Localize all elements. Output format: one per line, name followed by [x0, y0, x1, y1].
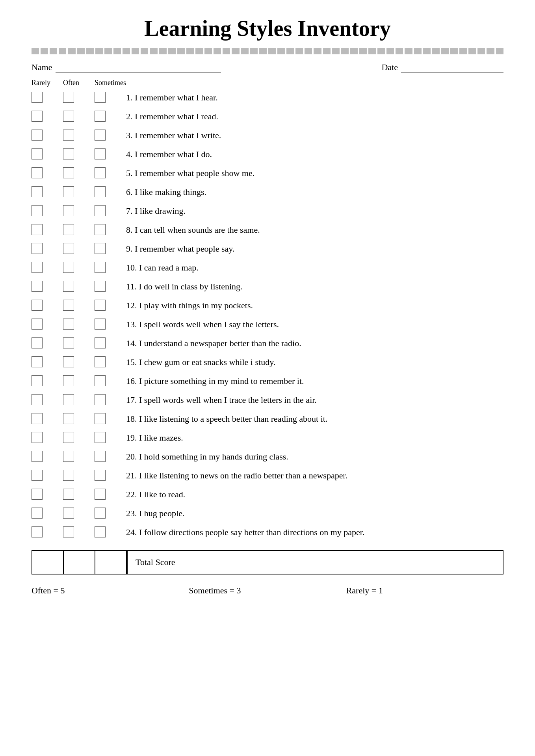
- total-score-box-rarely[interactable]: [32, 551, 64, 574]
- checkbox-sometimes-22[interactable]: [95, 489, 106, 500]
- checkbox-rarely-4[interactable]: [32, 148, 43, 159]
- question-row: 2. I remember what I read.: [32, 107, 503, 126]
- checkbox-rarely-9[interactable]: [32, 243, 43, 254]
- checkbox-col-rarely: [32, 223, 63, 235]
- checkbox-sometimes-9[interactable]: [95, 243, 106, 254]
- checkbox-sometimes-21[interactable]: [95, 470, 106, 481]
- checkbox-often-20[interactable]: [63, 451, 74, 462]
- checkbox-rarely-21[interactable]: [32, 470, 43, 481]
- checkbox-often-4[interactable]: [63, 148, 74, 159]
- checkbox-often-13[interactable]: [63, 319, 74, 330]
- checkbox-sometimes-7[interactable]: [95, 205, 106, 216]
- checkbox-rarely-19[interactable]: [32, 432, 43, 443]
- checkbox-often-19[interactable]: [63, 432, 74, 443]
- checkbox-sometimes-20[interactable]: [95, 451, 106, 462]
- checkbox-sometimes-5[interactable]: [95, 167, 106, 178]
- checkbox-sometimes-24[interactable]: [95, 526, 106, 537]
- checkbox-group: [32, 167, 126, 178]
- question-text: 1. I remember what I hear.: [126, 91, 503, 104]
- checkbox-often-15[interactable]: [63, 356, 74, 367]
- checkbox-sometimes-15[interactable]: [95, 356, 106, 367]
- checkbox-often-11[interactable]: [63, 281, 74, 292]
- checkbox-sometimes-2[interactable]: [95, 111, 106, 122]
- checkbox-rarely-7[interactable]: [32, 205, 43, 216]
- question-text: 3. I remember what I write.: [126, 129, 503, 142]
- question-row: 6. I like making things.: [32, 183, 503, 202]
- checkbox-often-24[interactable]: [63, 526, 74, 537]
- checkbox-sometimes-14[interactable]: [95, 337, 106, 348]
- checkbox-rarely-18[interactable]: [32, 413, 43, 424]
- checkbox-rarely-14[interactable]: [32, 337, 43, 348]
- date-field: Date: [381, 62, 503, 72]
- checkbox-rarely-22[interactable]: [32, 489, 43, 500]
- checkbox-col-often: [63, 185, 95, 197]
- question-row: 4. I remember what I do.: [32, 145, 503, 164]
- checkbox-sometimes-10[interactable]: [95, 262, 106, 273]
- checkbox-sometimes-17[interactable]: [95, 394, 106, 405]
- checkbox-col-rarely: [32, 185, 63, 197]
- checkbox-col-rarely: [32, 204, 63, 216]
- checkbox-rarely-1[interactable]: [32, 92, 43, 103]
- checkbox-rarely-2[interactable]: [32, 111, 43, 122]
- checkbox-often-7[interactable]: [63, 205, 74, 216]
- checkbox-sometimes-6[interactable]: [95, 186, 106, 197]
- checkbox-sometimes-23[interactable]: [95, 508, 106, 519]
- checkbox-rarely-17[interactable]: [32, 394, 43, 405]
- checkbox-often-22[interactable]: [63, 489, 74, 500]
- checkbox-rarely-23[interactable]: [32, 508, 43, 519]
- checkbox-sometimes-8[interactable]: [95, 224, 106, 235]
- question-row: 23. I hug people.: [32, 504, 503, 523]
- checkbox-often-21[interactable]: [63, 470, 74, 481]
- checkbox-sometimes-4[interactable]: [95, 148, 106, 159]
- checkbox-often-6[interactable]: [63, 186, 74, 197]
- checkbox-often-8[interactable]: [63, 224, 74, 235]
- checkbox-often-23[interactable]: [63, 508, 74, 519]
- checkbox-often-1[interactable]: [63, 92, 74, 103]
- checkbox-col-often: [63, 299, 95, 311]
- question-row: 15. I chew gum or eat snacks while i stu…: [32, 353, 503, 372]
- checkbox-often-2[interactable]: [63, 111, 74, 122]
- score-rarely: Rarely = 1: [346, 586, 503, 596]
- checkbox-col-rarely: [32, 261, 63, 273]
- total-score-box-often[interactable]: [64, 551, 95, 574]
- checkbox-rarely-20[interactable]: [32, 451, 43, 462]
- name-label: Name: [32, 62, 52, 72]
- checkbox-rarely-12[interactable]: [32, 300, 43, 311]
- checkbox-rarely-8[interactable]: [32, 224, 43, 235]
- checkbox-rarely-15[interactable]: [32, 356, 43, 367]
- checkbox-sometimes-19[interactable]: [95, 432, 106, 443]
- checkbox-sometimes-12[interactable]: [95, 300, 106, 311]
- checkbox-often-18[interactable]: [63, 413, 74, 424]
- checkbox-rarely-3[interactable]: [32, 130, 43, 141]
- checkbox-rarely-5[interactable]: [32, 167, 43, 178]
- checkbox-group: [32, 356, 126, 367]
- checkbox-often-9[interactable]: [63, 243, 74, 254]
- checkbox-rarely-24[interactable]: [32, 526, 43, 537]
- checkbox-often-14[interactable]: [63, 337, 74, 348]
- checkbox-group: [32, 299, 126, 311]
- checkbox-rarely-6[interactable]: [32, 186, 43, 197]
- checkbox-rarely-16[interactable]: [32, 375, 43, 386]
- checkbox-col-rarely: [32, 469, 63, 481]
- checkbox-rarely-10[interactable]: [32, 262, 43, 273]
- checkbox-sometimes-1[interactable]: [95, 92, 106, 103]
- checkbox-sometimes-3[interactable]: [95, 130, 106, 141]
- checkbox-often-16[interactable]: [63, 375, 74, 386]
- checkbox-rarely-13[interactable]: [32, 319, 43, 330]
- checkbox-sometimes-13[interactable]: [95, 319, 106, 330]
- checkbox-often-10[interactable]: [63, 262, 74, 273]
- checkbox-sometimes-16[interactable]: [95, 375, 106, 386]
- name-line[interactable]: [56, 65, 221, 72]
- checkbox-col-often: [63, 110, 95, 122]
- checkbox-sometimes-11[interactable]: [95, 281, 106, 292]
- checkbox-often-17[interactable]: [63, 394, 74, 405]
- checkbox-rarely-11[interactable]: [32, 281, 43, 292]
- checkbox-often-5[interactable]: [63, 167, 74, 178]
- date-line[interactable]: [401, 65, 503, 72]
- checkbox-often-3[interactable]: [63, 130, 74, 141]
- question-row: 8. I can tell when sounds are the same.: [32, 221, 503, 240]
- checkbox-col-rarely: [32, 337, 63, 348]
- checkbox-often-12[interactable]: [63, 300, 74, 311]
- total-score-box-sometimes[interactable]: [95, 551, 127, 574]
- checkbox-sometimes-18[interactable]: [95, 413, 106, 424]
